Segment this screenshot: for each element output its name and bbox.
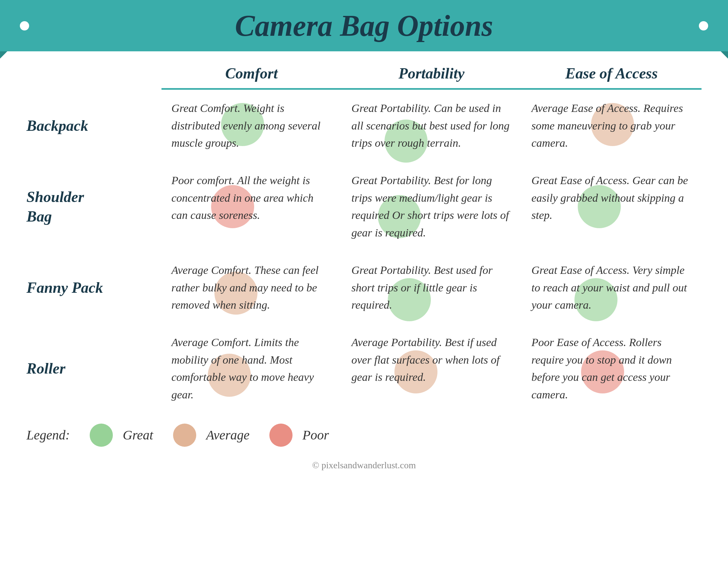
cell-comfort-1: Poor comfort. All the weight is concentr… [161,162,341,252]
cell-inner-access-3: Poor Ease of Access. Rollers require you… [531,334,692,404]
legend: Legend: Great Average Poor [26,414,702,450]
cell-access-1: Great Ease of Access. Gear can be easily… [522,162,702,252]
table-row: Fanny PackAverage Comfort. These can fee… [26,252,702,324]
cell-text-portability-3: Average Portability. Best if used over f… [351,336,500,383]
cell-text-access-3: Poor Ease of Access. Rollers require you… [531,336,672,401]
cell-access-2: Great Ease of Access. Very simple to rea… [522,252,702,324]
header-access: Ease of Access [522,65,702,88]
cell-text-comfort-3: Average Comfort. Limits the mobility of … [171,336,314,401]
banner-fold-left [0,51,7,59]
comparison-table: Comfort Portability Ease of Access Backp… [26,65,702,414]
cell-text-comfort-2: Average Comfort. These can feel rather b… [171,264,319,311]
cell-inner-portability-0: Great Portability. Can be used in all sc… [351,100,512,152]
row-label-1: Shoulder Bag [26,162,161,252]
cell-text-access-0: Average Ease of Access. Requires some ma… [531,102,683,149]
cell-portability-0: Great Portability. Can be used in all sc… [341,90,522,162]
cell-text-portability-1: Great Portability. Best for long trips w… [351,174,509,239]
cell-portability-1: Great Portability. Best for long trips w… [341,162,522,252]
cell-inner-comfort-1: Poor comfort. All the weight is concentr… [171,172,332,224]
banner-fold-right [721,51,728,59]
table-row: Shoulder BagPoor comfort. All the weight… [26,162,702,252]
cell-inner-access-0: Average Ease of Access. Requires some ma… [531,100,692,152]
cell-text-portability-0: Great Portability. Can be used in all sc… [351,102,510,149]
legend-circle-great [90,424,113,447]
row-label-0: Backpack [26,90,161,162]
cell-inner-access-2: Great Ease of Access. Very simple to rea… [531,261,692,314]
header-comfort: Comfort [161,65,341,88]
legend-average-label: Average [206,427,250,443]
legend-poor-label: Poor [302,427,329,443]
cell-inner-portability-1: Great Portability. Best for long trips w… [351,172,512,242]
cell-text-access-1: Great Ease of Access. Gear can be easily… [531,174,688,221]
legend-circle-average [173,424,196,447]
legend-label: Legend: [26,427,70,443]
cell-inner-comfort-0: Great Comfort. Weight is distributed eve… [171,100,332,152]
header-row: Comfort Portability Ease of Access [26,65,702,88]
row-label-3: Roller [26,324,161,414]
cell-inner-comfort-2: Average Comfort. These can feel rather b… [171,261,332,314]
banner: Camera Bag Options [0,0,728,51]
table-row: RollerAverage Comfort. Limits the mobili… [26,324,702,414]
cell-access-0: Average Ease of Access. Requires some ma… [522,90,702,162]
legend-circle-poor [269,424,293,447]
row-label-2: Fanny Pack [26,252,161,324]
cell-portability-3: Average Portability. Best if used over f… [341,324,522,414]
banner-dot-right [699,21,708,30]
main-content: Comfort Portability Ease of Access Backp… [0,51,728,457]
cell-portability-2: Great Portability. Best used for short t… [341,252,522,324]
legend-great-label: Great [123,427,153,443]
cell-comfort-0: Great Comfort. Weight is distributed eve… [161,90,341,162]
banner-title: Camera Bag Options [235,9,493,43]
table-row: BackpackGreat Comfort. Weight is distrib… [26,90,702,162]
header-portability: Portability [341,65,522,88]
cell-inner-access-1: Great Ease of Access. Gear can be easily… [531,172,692,224]
footer-credit: © pixelsandwanderlust.com [0,457,728,481]
cell-text-portability-2: Great Portability. Best used for short t… [351,264,493,311]
banner-dot-left [20,21,29,30]
cell-inner-portability-3: Average Portability. Best if used over f… [351,334,512,386]
cell-comfort-2: Average Comfort. These can feel rather b… [161,252,341,324]
cell-inner-portability-2: Great Portability. Best used for short t… [351,261,512,314]
cell-inner-comfort-3: Average Comfort. Limits the mobility of … [171,334,332,404]
cell-text-comfort-1: Poor comfort. All the weight is concentr… [171,174,313,221]
cell-comfort-3: Average Comfort. Limits the mobility of … [161,324,341,414]
cell-text-comfort-0: Great Comfort. Weight is distributed eve… [171,102,320,149]
header-empty [26,65,161,88]
cell-access-3: Poor Ease of Access. Rollers require you… [522,324,702,414]
cell-text-access-2: Great Ease of Access. Very simple to rea… [531,264,687,311]
